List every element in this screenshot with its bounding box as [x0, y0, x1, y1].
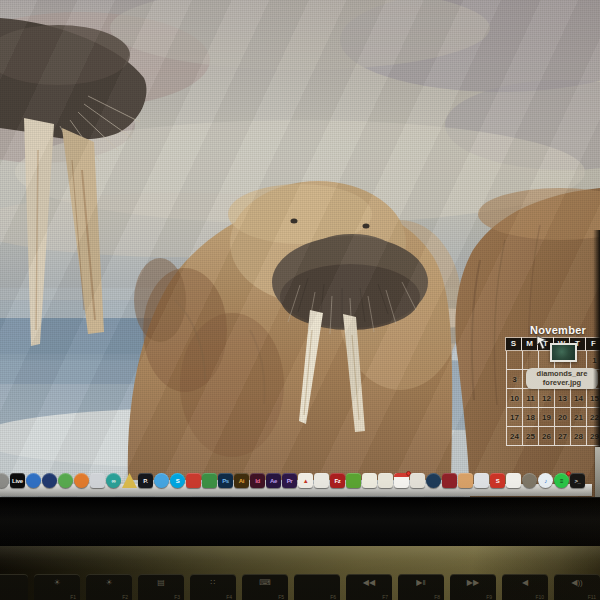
- laptop-screen: November SMTWTFS 12345678910111213141516…: [0, 0, 600, 497]
- keyboard-key-f11: ◀))F11: [554, 574, 600, 600]
- calendar-day-cell: 19: [539, 408, 555, 427]
- dock-icon-after-effects[interactable]: Ae: [266, 473, 281, 488]
- dock-icon-terminal[interactable]: >_: [570, 473, 585, 488]
- dock-icon-itunes[interactable]: ♪: [538, 473, 553, 488]
- dock-icon-skype[interactable]: S: [170, 473, 185, 488]
- keyboard-key-f10: ◀F10: [502, 574, 548, 600]
- key-label: F1: [70, 594, 76, 600]
- dock-icon-textedit-app[interactable]: [362, 473, 377, 488]
- calendar-day-cell: 22: [587, 408, 600, 427]
- dock-icon-calendar-app[interactable]: [394, 473, 409, 488]
- key-label: F4: [226, 594, 232, 600]
- calendar-day-header: S: [506, 338, 521, 350]
- dock-icon-spotify[interactable]: ≡: [554, 473, 569, 488]
- calendar-day-cell: 25: [523, 427, 539, 446]
- dock-icon-twitter[interactable]: [154, 473, 169, 488]
- dock-icon-teal-infinity-app[interactable]: ∞: [106, 473, 121, 488]
- dock-icon-white-hand-app[interactable]: [410, 473, 425, 488]
- key-label: F5: [278, 594, 284, 600]
- file-thumbnail[interactable]: [550, 343, 577, 362]
- calendar-day-cell: 13: [555, 389, 571, 408]
- key-label: F10: [535, 594, 544, 600]
- calendar-day-cell: 11: [523, 389, 539, 408]
- keyboard-key-f3: ▤F3: [138, 574, 184, 600]
- key-label: F2: [122, 594, 128, 600]
- dock: Live∞P.SPsAiIdAePr▲FzS♪≡>_: [0, 459, 600, 497]
- key-label: F11: [588, 594, 596, 600]
- calendar-day-cell: 29: [587, 427, 600, 446]
- key-glyph: ◀◀: [346, 578, 392, 587]
- calendar-day-cell: 14: [571, 389, 587, 408]
- dock-icon-app-left-partial[interactable]: [0, 473, 9, 488]
- dock-icon-green-browser-app[interactable]: [58, 473, 73, 488]
- key-glyph: ☀: [34, 578, 80, 587]
- dock-icon-path-app[interactable]: P.: [138, 473, 153, 488]
- dock-icon-photos-app[interactable]: [474, 473, 489, 488]
- key-glyph: ☀: [86, 578, 132, 587]
- bottom-screen-bezel: [0, 497, 600, 546]
- dock-icon-garageband[interactable]: [522, 473, 537, 488]
- dock-icon-display-app[interactable]: [90, 473, 105, 488]
- calendar-grid: 1234567891011121314151617181920212223242…: [506, 351, 600, 446]
- calendar-day-cell: 10: [507, 389, 523, 408]
- key-glyph: ⌨: [242, 578, 288, 587]
- key-glyph: ▶‖: [398, 578, 444, 587]
- dock-icon-premiere[interactable]: Pr: [282, 473, 297, 488]
- key-glyph: ▶▶: [450, 578, 496, 587]
- keyboard-key-f2: ☀F2: [86, 574, 132, 600]
- dock-icon-photoshop[interactable]: Ps: [218, 473, 233, 488]
- calendar-day-cell: 15: [587, 389, 600, 408]
- calendar-month-title: November: [506, 324, 600, 336]
- keyboard-key-f8: ▶‖F8: [398, 574, 444, 600]
- desktop-file-diamonds-are-forever[interactable]: diamonds_are forever.jpg: [546, 343, 580, 362]
- calendar-day-cell: 12: [539, 389, 555, 408]
- dock-icon-illustrator[interactable]: Ai: [234, 473, 249, 488]
- keyboard-key-f7: ◀◀F7: [346, 574, 392, 600]
- key-label: F8: [434, 594, 440, 600]
- key-label: F6: [330, 594, 336, 600]
- dock-icon-tan-app[interactable]: [458, 473, 473, 488]
- calendar-day-cell: 17: [507, 408, 523, 427]
- dock-icon-filezilla[interactable]: Fz: [330, 473, 345, 488]
- calendar-day-cell: 26: [539, 427, 555, 446]
- dock-icon-green-character-app[interactable]: [346, 473, 361, 488]
- keyboard-key-f6: F6: [294, 574, 340, 600]
- dock-icon-row: Live∞P.SPsAiIdAePr▲FzS♪≡>_: [0, 463, 585, 488]
- dock-icon-notes-app[interactable]: [378, 473, 393, 488]
- file-name-line2: forever.jpg: [527, 379, 597, 388]
- dock-icon-google-drive[interactable]: [122, 473, 137, 488]
- keyboard-key-f4: ∷F4: [190, 574, 236, 600]
- key-label: F3: [174, 594, 180, 600]
- dock-icon-dark-blue-app[interactable]: [426, 473, 441, 488]
- dock-icon-white-blue-app[interactable]: [506, 473, 521, 488]
- dock-icon-red-pen-app[interactable]: [442, 473, 457, 488]
- calendar-day-cell: 28: [571, 427, 587, 446]
- key-label: F7: [382, 594, 388, 600]
- calendar-day-cell: 3: [507, 370, 523, 389]
- dock-icon-indesign[interactable]: Id: [250, 473, 265, 488]
- calendar-day-cell: 18: [523, 408, 539, 427]
- calendar-day-header: F: [586, 338, 600, 350]
- dock-icon-google-earth[interactable]: [26, 473, 41, 488]
- key-glyph: ◀)): [554, 578, 600, 587]
- dock-icon-green-game-app[interactable]: [202, 473, 217, 488]
- dock-icon-globe-app[interactable]: [42, 473, 57, 488]
- dock-icon-red-app[interactable]: [186, 473, 201, 488]
- dock-icon-red-s-app[interactable]: S: [490, 473, 505, 488]
- dock-icon-firefox[interactable]: [74, 473, 89, 488]
- key-glyph: ∷: [190, 578, 236, 587]
- laptop-photo: November SMTWTFS 12345678910111213141516…: [0, 0, 600, 600]
- dock-icon-acrobat-app[interactable]: ▲: [298, 473, 313, 488]
- function-key-row: ☀F1☀F2▤F3∷F4⌨F5F6◀◀F7▶‖F8▶▶F9◀F10◀))F11: [0, 574, 600, 600]
- key-glyph: ◀: [502, 578, 548, 587]
- keyboard-key-f9: ▶▶F9: [450, 574, 496, 600]
- calendar-day-cell: 27: [555, 427, 571, 446]
- calendar-day-cell: [507, 351, 523, 370]
- dock-icon-ableton-live[interactable]: Live: [10, 473, 25, 488]
- laptop-body: ☀F1☀F2▤F3∷F4⌨F5F6◀◀F7▶‖F8▶▶F9◀F10◀))F11: [0, 546, 600, 600]
- keyboard-key-f5: ⌨F5: [242, 574, 288, 600]
- file-name-label[interactable]: diamonds_are forever.jpg: [526, 368, 598, 389]
- key-glyph: ▤: [138, 578, 184, 587]
- key-label: F9: [486, 594, 492, 600]
- dock-icon-white-pages-app[interactable]: [314, 473, 329, 488]
